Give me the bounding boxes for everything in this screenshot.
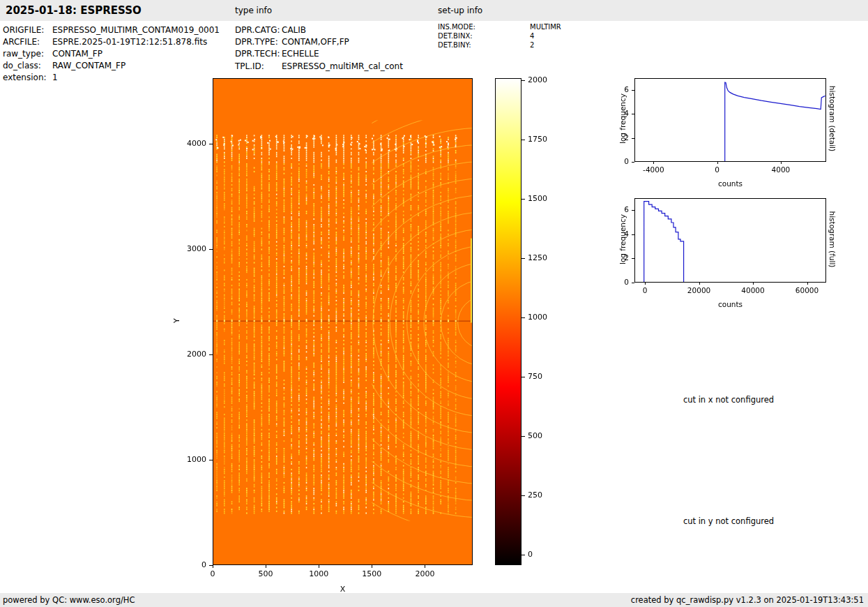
type-info-row: TPL.ID:ESPRESSO_multiMR_cal_cont xyxy=(235,61,403,71)
y-tick-label: 2 xyxy=(609,253,629,262)
x-tick-label: 0 xyxy=(195,569,230,578)
x-tick-mark xyxy=(425,565,425,568)
y-tick-mark xyxy=(209,565,213,566)
field-value: ECHELLE xyxy=(282,49,319,59)
page-title: 2025-01-18: ESPRESSO xyxy=(6,0,142,21)
field-label: DPR.CATG: xyxy=(235,25,282,35)
footer-bar: powered by QC: www.eso.org/HC created by… xyxy=(0,593,868,607)
setup-info-heading: set-up info xyxy=(438,0,482,21)
field-label: TPL.ID: xyxy=(235,61,282,71)
y-tick-label: 0 xyxy=(609,157,629,165)
cut-x-note: cut in x not configured xyxy=(638,395,819,405)
footer-right-text: created by qc_rawdisp.py v1.2.3 on 2025-… xyxy=(631,593,864,607)
y-axis-label: log frequency xyxy=(618,77,627,160)
y-tick-label: 0 xyxy=(609,278,629,286)
x-tick-label: 1000 xyxy=(301,569,336,578)
file-info-row: do_class:RAW_CONTAM_FP xyxy=(3,61,125,70)
y-tick-mark xyxy=(632,114,634,114)
x-tick-mark xyxy=(645,283,646,285)
x-tick-label: 20000 xyxy=(680,286,719,294)
colorbar-tick-mark xyxy=(521,436,525,437)
colorbar-tick-label: 1750 xyxy=(528,135,557,144)
y-tick-mark xyxy=(632,162,634,163)
setup-info-row: DET.BINX:4 xyxy=(438,32,534,40)
type-info-row: DPR.TECH:ECHELLE xyxy=(235,49,319,59)
y-tick-mark xyxy=(632,283,634,283)
colorbar-tick-label: 750 xyxy=(528,372,557,381)
colorbar-tick-label: 1250 xyxy=(528,253,557,262)
histogram-plot xyxy=(634,198,826,283)
cut-y-note: cut in y not configured xyxy=(638,516,819,526)
y-tick-mark xyxy=(632,258,634,259)
header-bar: 2025-01-18: ESPRESSO type info set-up in… xyxy=(0,0,868,21)
y-axis-label: Y xyxy=(172,314,181,328)
colorbar-tick-mark xyxy=(521,555,525,555)
setup-info-row: DET.BINY:2 xyxy=(438,41,534,49)
field-label: ARCFILE: xyxy=(3,37,52,47)
histogram-line xyxy=(635,79,825,161)
x-tick-label: 60000 xyxy=(788,286,827,294)
y-tick-label: 6 xyxy=(609,205,629,213)
colorbar-tick-label: 1500 xyxy=(528,194,557,203)
field-label: DPR.TECH: xyxy=(235,49,282,59)
type-info-heading: type info xyxy=(235,0,272,21)
colorbar-tick-mark xyxy=(521,140,525,140)
right-axis-label: histogram (detail) xyxy=(828,73,837,164)
x-tick-label: 500 xyxy=(248,569,283,578)
x-axis-label: counts xyxy=(710,179,752,188)
type-info-row: DPR.CATG:CALIB xyxy=(235,25,306,35)
field-label: DET.BINX: xyxy=(438,32,530,40)
field-value: 1 xyxy=(52,73,58,82)
colorbar-tick-mark xyxy=(521,317,525,318)
field-value: CONTAM_FP xyxy=(52,49,102,59)
x-tick-mark xyxy=(266,565,266,568)
colorbar-tick-label: 250 xyxy=(528,490,557,500)
x-tick-mark xyxy=(717,162,718,164)
colorbar-tick-mark xyxy=(521,258,525,259)
y-tick-mark xyxy=(632,90,634,91)
histogram-line xyxy=(635,199,825,282)
raw-frame-image xyxy=(213,78,473,565)
y-tick-mark xyxy=(632,234,634,235)
colorbar-tick-mark xyxy=(521,199,525,200)
field-label: DET.BINY: xyxy=(438,41,530,49)
file-info-row: raw_type:CONTAM_FP xyxy=(3,49,102,59)
x-tick-mark xyxy=(213,565,213,568)
y-axis-label: log frequency xyxy=(618,197,627,281)
colorbar-tick-label: 2000 xyxy=(528,75,557,84)
x-tick-mark xyxy=(372,565,372,568)
y-tick-label: 0 xyxy=(174,560,206,569)
colorbar-tick-label: 1000 xyxy=(528,313,557,322)
type-info-row: DPR.TYPE:CONTAM,OFF,FP xyxy=(235,37,349,47)
colorbar-tick-label: 0 xyxy=(528,550,557,559)
x-tick-mark xyxy=(807,283,808,285)
field-value: 2 xyxy=(530,41,534,49)
field-value: ESPRESSO_MULTIMR_CONTAM019_0001 xyxy=(52,25,220,35)
x-tick-label: 2000 xyxy=(407,569,442,578)
x-tick-mark xyxy=(781,162,782,164)
field-value: 4 xyxy=(530,32,534,40)
x-tick-mark xyxy=(319,565,319,568)
file-info-row: extension:1 xyxy=(3,73,58,82)
colorbar-tick-label: 500 xyxy=(528,431,557,440)
file-info-row: ORIGFILE:ESPRESSO_MULTIMR_CONTAM019_0001 xyxy=(3,25,220,35)
field-label: raw_type: xyxy=(3,49,52,59)
field-value: RAW_CONTAM_FP xyxy=(52,61,125,70)
field-label: do_class: xyxy=(3,61,52,70)
y-tick-mark xyxy=(632,210,634,211)
y-tick-label: 6 xyxy=(609,85,629,93)
colorbar-tick-mark xyxy=(521,80,525,81)
y-tick-mark xyxy=(632,138,634,139)
y-tick-label: 3000 xyxy=(174,244,206,253)
field-label: INS.MODE: xyxy=(438,23,530,31)
x-axis-label: counts xyxy=(710,300,752,308)
field-label: ORIGFILE: xyxy=(3,25,52,35)
x-tick-label: 0 xyxy=(698,165,737,174)
x-tick-label: -4000 xyxy=(634,165,673,174)
x-tick-label: 1500 xyxy=(354,569,389,578)
x-tick-label: 4000 xyxy=(761,165,800,174)
file-info-row: ARCFILE:ESPRE.2025-01-19T12:12:51.878.fi… xyxy=(3,37,207,47)
footer-left-text: powered by QC: www.eso.org/HC xyxy=(3,593,135,607)
y-tick-label: 4 xyxy=(609,230,629,238)
x-tick-mark xyxy=(653,162,654,164)
